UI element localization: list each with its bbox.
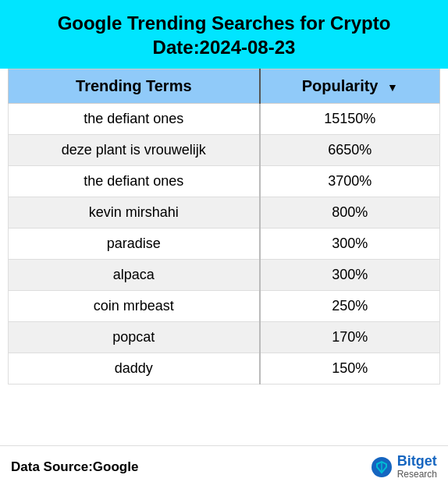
cell-popularity: 6650% bbox=[260, 135, 440, 166]
table-row: coin mrbeast250% bbox=[9, 291, 440, 322]
cell-term: alpaca bbox=[9, 260, 260, 291]
table-row: alpaca300% bbox=[9, 260, 440, 291]
col-trending-terms: Trending Terms bbox=[9, 69, 260, 104]
table-row: the defiant ones15150% bbox=[9, 104, 440, 135]
trending-table: Trending Terms Popularity ▼ the defiant … bbox=[8, 69, 440, 384]
bitget-icon bbox=[371, 456, 393, 478]
cell-term: paradise bbox=[9, 229, 260, 260]
cell-popularity: 15150% bbox=[260, 104, 440, 135]
cell-popularity: 300% bbox=[260, 229, 440, 260]
data-source-label: Data Source:Google bbox=[11, 459, 138, 475]
page-footer: Data Source:Google Bitget Research bbox=[0, 445, 448, 489]
page-header: Google Trending Searches for Crypto Date… bbox=[0, 0, 448, 69]
cell-popularity: 300% bbox=[260, 260, 440, 291]
cell-term: the defiant ones bbox=[9, 104, 260, 135]
col-popularity[interactable]: Popularity ▼ bbox=[260, 69, 440, 104]
bitget-sub: Research bbox=[397, 470, 437, 480]
bitget-brand: Bitget Research bbox=[371, 454, 437, 480]
cell-popularity: 250% bbox=[260, 291, 440, 322]
table-row: daddy150% bbox=[9, 353, 440, 384]
cell-term: daddy bbox=[9, 353, 260, 384]
cell-term: popcat bbox=[9, 322, 260, 353]
table-container: Trending Terms Popularity ▼ the defiant … bbox=[0, 69, 448, 445]
table-row: popcat170% bbox=[9, 322, 440, 353]
cell-term: deze plant is vrouwelijk bbox=[9, 135, 260, 166]
table-row: kevin mirshahi800% bbox=[9, 197, 440, 229]
cell-popularity: 170% bbox=[260, 322, 440, 353]
cell-term: kevin mirshahi bbox=[9, 197, 260, 229]
sort-icon[interactable]: ▼ bbox=[387, 81, 398, 94]
table-header-row: Trending Terms Popularity ▼ bbox=[9, 69, 440, 104]
bitget-name: Bitget bbox=[397, 454, 437, 470]
cell-term: the defiant ones bbox=[9, 166, 260, 197]
cell-popularity: 150% bbox=[260, 353, 440, 384]
table-row: the defiant ones3700% bbox=[9, 166, 440, 197]
table-row: paradise300% bbox=[9, 229, 440, 260]
table-row: deze plant is vrouwelijk6650% bbox=[9, 135, 440, 166]
cell-term: coin mrbeast bbox=[9, 291, 260, 322]
bitget-text: Bitget Research bbox=[397, 454, 437, 480]
cell-popularity: 800% bbox=[260, 197, 440, 229]
header-line2: Date:2024-08-23 bbox=[8, 35, 440, 59]
header-line1: Google Trending Searches for Crypto bbox=[8, 11, 440, 35]
cell-popularity: 3700% bbox=[260, 166, 440, 197]
